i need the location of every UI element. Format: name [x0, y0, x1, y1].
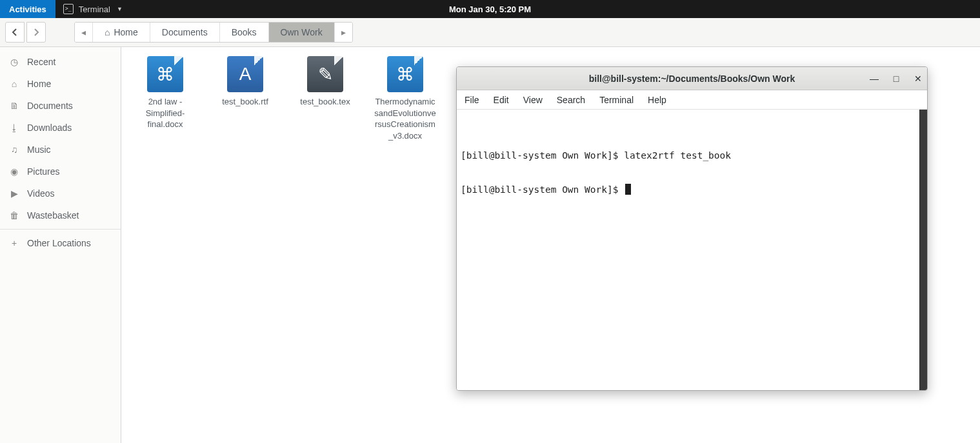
- sidebar-item-pictures[interactable]: ◉Pictures: [0, 161, 121, 182]
- terminal-output: [bill@bill-system Own Work]$ latex2rtf t…: [461, 147, 923, 199]
- forward-button[interactable]: [26, 22, 46, 43]
- sidebar-item-videos[interactable]: ▶Videos: [0, 182, 121, 204]
- file-icon-rtf: A: [227, 56, 263, 92]
- file-label: test_book.tex: [294, 96, 356, 108]
- chevron-down-icon: ▼: [117, 6, 123, 12]
- file-icon-docx: ⌘: [387, 56, 423, 92]
- home-icon: ⌂: [105, 27, 110, 37]
- file-label: ThermodynamicsandEvolutionversusCreation…: [374, 96, 436, 141]
- sidebar-item-label: Recent: [27, 57, 55, 67]
- sidebar-item-recent[interactable]: ◷Recent: [0, 51, 121, 73]
- file-icon-tex: ✎: [307, 56, 343, 92]
- sidebar-item-music[interactable]: ♫Music: [0, 139, 121, 161]
- sidebar-item-label: Videos: [27, 188, 55, 199]
- sidebar-item-label: Pictures: [27, 166, 60, 177]
- path-books[interactable]: Books: [220, 23, 269, 42]
- path-home[interactable]: ⌂ Home: [93, 23, 150, 42]
- activities-button[interactable]: Activities: [0, 0, 55, 18]
- videos-icon: ▶: [9, 188, 19, 199]
- back-button[interactable]: [5, 22, 25, 43]
- sidebar-separator: [0, 229, 121, 230]
- terminal-app-icon: [63, 4, 74, 14]
- close-button[interactable]: ✕: [913, 74, 923, 84]
- file-item[interactable]: ⌘2nd law - Simplified-final.docx: [134, 56, 196, 130]
- terminal-menu-view[interactable]: View: [523, 95, 543, 105]
- documents-icon: 🗎: [9, 101, 19, 111]
- sidebar-item-downloads[interactable]: ⭳Downloads: [0, 117, 121, 139]
- terminal-scrollbar[interactable]: [919, 110, 927, 390]
- terminal-menu-search[interactable]: Search: [557, 95, 585, 105]
- recent-icon: ◷: [9, 57, 19, 67]
- sidebar-item-label: Documents: [27, 101, 73, 111]
- path-seg-label: Home: [114, 27, 137, 37]
- file-icon-docx: ⌘: [147, 56, 183, 92]
- sidebar-item-home[interactable]: ⌂Home: [0, 73, 121, 95]
- terminal-cursor: [625, 184, 631, 195]
- terminal-menu-help[interactable]: Help: [648, 95, 666, 105]
- music-icon: ♫: [9, 144, 19, 155]
- app-menu-label: Terminal: [79, 5, 110, 14]
- downloads-icon: ⭳: [9, 123, 19, 133]
- terminal-window[interactable]: bill@bill-system:~/Documents/Books/Own W…: [456, 66, 928, 391]
- sidebar-other-locations[interactable]: + Other Locations: [0, 232, 121, 254]
- places-sidebar: ◷Recent⌂Home🗎Documents⭳Downloads♫Music◉P…: [0, 47, 121, 443]
- files-toolbar: ◂ ⌂ Home Documents Books Own Work ▸: [0, 18, 980, 47]
- chevron-left-icon: [11, 28, 19, 36]
- app-menu[interactable]: Terminal ▼: [55, 0, 130, 18]
- wastebasket-icon: 🗑: [9, 210, 19, 221]
- sidebar-item-documents[interactable]: 🗎Documents: [0, 95, 121, 117]
- terminal-menubar: FileEditViewSearchTerminalHelp: [457, 90, 927, 110]
- sidebar-item-label: Downloads: [27, 123, 72, 133]
- sidebar-item-label: Other Locations: [27, 238, 91, 248]
- terminal-title: bill@bill-system:~/Documents/Books/Own W…: [589, 74, 795, 84]
- file-label: 2nd law - Simplified-final.docx: [134, 96, 196, 130]
- file-item[interactable]: ✎test_book.tex: [294, 56, 356, 108]
- file-item[interactable]: ⌘ThermodynamicsandEvolutionversusCreatio…: [374, 56, 436, 141]
- sidebar-item-label: Music: [27, 144, 51, 155]
- path-forward[interactable]: ▸: [335, 23, 352, 42]
- gnome-top-panel: Activities Terminal ▼ Mon Jan 30, 5:20 P…: [0, 0, 980, 18]
- maximize-button[interactable]: □: [891, 74, 901, 84]
- plus-icon: +: [9, 238, 19, 248]
- path-documents[interactable]: Documents: [150, 23, 220, 42]
- pictures-icon: ◉: [9, 166, 19, 177]
- file-label: test_book.rtf: [214, 96, 276, 108]
- clock[interactable]: Mon Jan 30, 5:20 PM: [449, 5, 531, 14]
- terminal-menu-file[interactable]: File: [465, 95, 479, 105]
- path-back[interactable]: ◂: [75, 23, 93, 42]
- sidebar-item-label: Wastebasket: [27, 210, 79, 221]
- file-item[interactable]: Atest_book.rtf: [214, 56, 276, 108]
- terminal-menu-terminal[interactable]: Terminal: [599, 95, 634, 105]
- terminal-body[interactable]: [bill@bill-system Own Work]$ latex2rtf t…: [457, 110, 927, 390]
- minimize-button[interactable]: —: [869, 74, 879, 84]
- terminal-menu-edit[interactable]: Edit: [494, 95, 509, 105]
- path-own-work[interactable]: Own Work: [269, 23, 335, 42]
- sidebar-item-label: Home: [27, 79, 51, 89]
- chevron-right-icon: [32, 28, 40, 36]
- terminal-titlebar[interactable]: bill@bill-system:~/Documents/Books/Own W…: [457, 67, 927, 90]
- sidebar-item-wastebasket[interactable]: 🗑Wastebasket: [0, 204, 121, 226]
- pathbar: ◂ ⌂ Home Documents Books Own Work ▸: [74, 22, 353, 43]
- home-icon: ⌂: [9, 79, 19, 89]
